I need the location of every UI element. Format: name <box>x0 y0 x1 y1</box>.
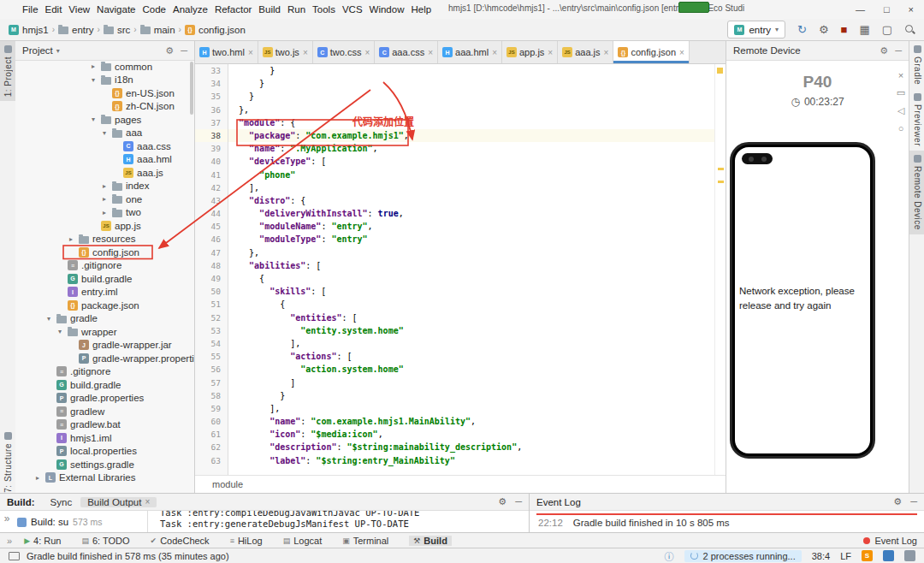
code-line[interactable]: }, <box>228 104 715 116</box>
breadcrumb-config.json[interactable]: {}config.json <box>185 25 246 35</box>
tab-aaa.js[interactable]: JSaaa.js× <box>558 41 613 63</box>
tree-item-entry.iml[interactable]: Ientry.iml <box>15 286 194 299</box>
code-line[interactable]: } <box>228 64 715 77</box>
info-icon[interactable]: ⓘ <box>665 549 674 563</box>
code-line[interactable]: "label": "$string:entry_MainAbility" <box>228 454 715 467</box>
tree-item-build.gradle[interactable]: Gbuild.gradle <box>15 272 194 286</box>
hide-panel-icon[interactable]: ─ <box>910 496 917 507</box>
tree-item-aaa.hml[interactable]: Haaa.hml <box>15 153 194 167</box>
tree-item-index[interactable]: ▸index <box>15 180 194 193</box>
menu-view[interactable]: View <box>65 4 93 15</box>
tree-item-package.json[interactable]: {}package.json <box>15 299 194 312</box>
device-close-icon[interactable]: × <box>895 70 907 80</box>
toolwindow-switcher-icon[interactable] <box>9 552 20 560</box>
gear-icon[interactable]: ⚙ <box>165 45 174 56</box>
close-tab-icon[interactable]: × <box>604 48 609 57</box>
editor-breadcrumb[interactable]: module <box>195 475 726 493</box>
breadcrumb-hmjs1[interactable]: Mhmjs1 <box>9 25 49 35</box>
close-tab-icon[interactable]: × <box>679 48 684 57</box>
code-line[interactable]: "deviceType": [ <box>228 155 715 168</box>
tool-strip-previewer[interactable]: Previewer <box>909 89 924 151</box>
code-line[interactable]: "name": "com.example.hmjs1.MainAbility", <box>228 415 715 428</box>
warning-mark[interactable] <box>718 168 724 170</box>
language-icon[interactable] <box>883 550 894 561</box>
sync-project-icon[interactable]: ↻ <box>797 24 807 36</box>
close-button[interactable]: × <box>909 4 914 15</box>
event-log-button[interactable]: Event Log <box>863 536 917 546</box>
menu-code[interactable]: Code <box>139 4 169 15</box>
tree-item-app.js[interactable]: JSapp.js <box>15 219 194 233</box>
close-tab-icon[interactable]: × <box>145 497 150 507</box>
menu-edit[interactable]: Edit <box>42 4 66 15</box>
tree-item-en-us.json[interactable]: {}en-US.json <box>15 86 194 100</box>
window-layout-icon[interactable]: ▢ <box>882 24 892 36</box>
tab-config.json[interactable]: {}config.json× <box>613 41 689 63</box>
code-line[interactable]: "moduleName": "entry", <box>228 220 715 233</box>
build-output[interactable]: Task :entry:compileDebugJavaWithJavac UP… <box>148 510 529 530</box>
menu-tools[interactable]: Tools <box>309 4 339 15</box>
breadcrumb-entry[interactable]: entry <box>58 25 94 35</box>
project-panel-title[interactable]: Project <box>22 45 53 56</box>
tab-two.hml[interactable]: Htwo.hml× <box>195 41 258 63</box>
tree-item-build.gradle[interactable]: Gbuild.gradle <box>15 378 194 392</box>
breadcrumb-src[interactable]: src <box>104 25 130 35</box>
code-line[interactable]: "name": ".MyApplication", <box>228 142 715 155</box>
menu-vcs[interactable]: VCS <box>339 4 366 15</box>
gear-icon[interactable]: ⚙ <box>880 45 888 56</box>
tree-item-hmjs1.iml[interactable]: Ihmjs1.iml <box>15 431 194 445</box>
tree-item-common[interactable]: ▸common <box>15 60 194 74</box>
editor-code[interactable]: } } } }, "module": { "package": "com.exa… <box>228 64 715 475</box>
code-line[interactable]: "action.system.home" <box>228 363 715 376</box>
tool-strip-1-project[interactable]: 1: Project <box>0 41 15 101</box>
tool-tab-4-run[interactable]: ▶4: Run <box>24 536 61 546</box>
code-line[interactable]: "description": "$string:mainability_desc… <box>228 441 715 453</box>
tab-two.js[interactable]: JStwo.js× <box>258 41 313 63</box>
tree-item-gradle-wrapper.properties[interactable]: Pgradle-wrapper.properties <box>15 352 194 365</box>
menu-navigate[interactable]: Navigate <box>93 4 139 15</box>
tree-item-local.properties[interactable]: Plocal.properties <box>15 445 194 459</box>
close-tab-icon[interactable]: × <box>548 48 553 57</box>
tool-tab-codecheck[interactable]: ✔CodeCheck <box>151 536 210 546</box>
hide-panel-icon[interactable]: ─ <box>515 496 522 507</box>
tree-item-i18n[interactable]: ▾i18n <box>15 74 194 87</box>
code-line[interactable]: ], <box>228 181 715 194</box>
close-tab-icon[interactable]: × <box>303 48 308 57</box>
tree-item-resources[interactable]: ▸resources <box>15 233 194 246</box>
tree-item-zh-cn.json[interactable]: {}zh-CN.json <box>15 100 194 114</box>
code-line[interactable]: }, <box>228 246 715 259</box>
close-tab-icon[interactable]: × <box>492 48 497 57</box>
tree-item-aaa[interactable]: ▾aaa <box>15 127 194 140</box>
breadcrumb-main[interactable]: main <box>140 25 175 35</box>
tool-strip-7-structure[interactable]: 7: Structure <box>0 428 15 497</box>
tool-tab-hilog[interactable]: ≡HiLog <box>230 536 263 546</box>
build-summary[interactable]: Build: su 573 ms <box>14 511 148 533</box>
tool-strip-remote-device[interactable]: Remote Device <box>909 151 924 234</box>
tree-item-pages[interactable]: ▾pages <box>15 113 194 127</box>
tree-item-aaa.js[interactable]: JSaaa.js <box>15 166 194 180</box>
tool-tab-logcat[interactable]: ▤Logcat <box>283 536 323 546</box>
tool-strip-gradle[interactable]: Gradle <box>909 41 924 89</box>
tool-tab-build[interactable]: ⚒Build <box>409 536 452 546</box>
menu-file[interactable]: File <box>19 4 42 15</box>
code-line[interactable]: "moduleType": "entry" <box>228 233 715 246</box>
tree-item-config.json[interactable]: {}config.json <box>15 246 194 259</box>
code-line[interactable]: "icon": "$media:icon", <box>228 428 715 441</box>
keyboard-icon[interactable] <box>904 550 915 561</box>
tree-item-gradle-wrapper.jar[interactable]: Jgradle-wrapper.jar <box>15 339 194 353</box>
device-screen[interactable]: Network exception, please release and tr… <box>735 147 870 453</box>
code-line[interactable]: "phone" <box>228 169 715 181</box>
expand-icon[interactable]: » <box>0 511 14 533</box>
code-line[interactable]: } <box>228 389 715 402</box>
toolbar-overflow-icon[interactable]: » <box>7 536 12 546</box>
code-line[interactable]: } <box>228 77 715 90</box>
minimize-button[interactable]: — <box>856 4 865 15</box>
tab-two.css[interactable]: Ctwo.css× <box>313 41 376 63</box>
menu-analyze[interactable]: Analyze <box>169 4 211 15</box>
breadcrumb-node[interactable]: module <box>212 479 243 489</box>
build-tab-sync[interactable]: Sync <box>44 497 80 507</box>
device-manager-icon[interactable]: ▦ <box>859 24 869 36</box>
device-rotate-icon[interactable]: ▭ <box>895 87 907 98</box>
code-line[interactable]: "deliveryWithInstall": true, <box>228 207 715 220</box>
background-tasks[interactable]: 2 processes running... <box>684 550 802 562</box>
stop-icon[interactable]: ■ <box>841 24 848 36</box>
